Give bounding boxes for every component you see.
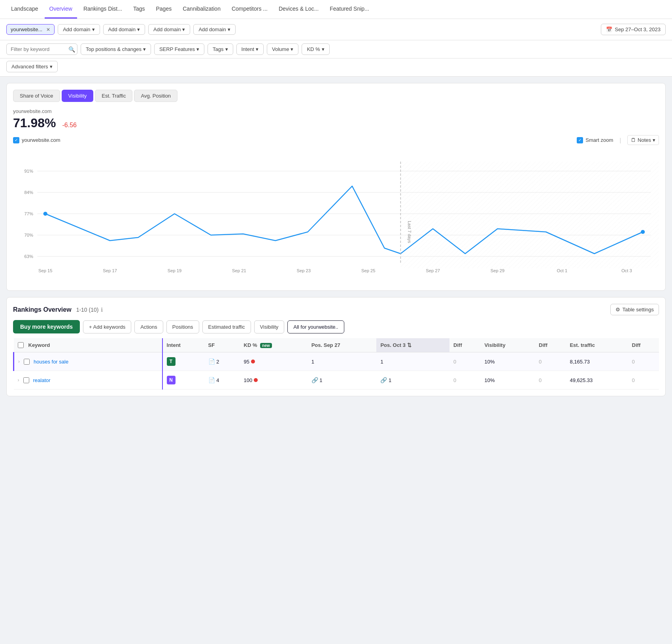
th-pos-oct3[interactable]: Pos. Oct 3 ⇅ (376, 338, 449, 352)
all-for-button[interactable]: All for yourwebsite.. (287, 320, 344, 333)
advanced-filters-button[interactable]: Advanced filters ▾ (6, 61, 58, 72)
tab-avg-position[interactable]: Avg. Position (134, 90, 177, 102)
date-range-button[interactable]: 📅 Sep 27–Oct 3, 2023 (601, 24, 666, 35)
est-traffic-value: 49,625.33 (570, 377, 593, 383)
est-diff-value: 0 (632, 359, 635, 365)
kd-filter[interactable]: KD % ▾ (302, 43, 329, 55)
keyword-cell: › houses for sale (14, 352, 162, 371)
close-icon[interactable]: ✕ (46, 27, 50, 32)
tab-share-of-voice[interactable]: Share of Voice (13, 90, 60, 102)
chevron-down-icon: ▾ (50, 64, 53, 70)
search-input[interactable] (6, 43, 77, 55)
th-pos-sep27[interactable]: Pos. Sep 27 (308, 338, 377, 352)
add-domain-btn-4[interactable]: Add domain ▾ (193, 24, 235, 35)
notes-button[interactable]: 🗒 Notes ▾ (627, 135, 659, 145)
svg-text:Oct 1: Oct 1 (557, 268, 567, 273)
intent-filter[interactable]: Intent ▾ (236, 43, 264, 55)
add-domain-btn-3[interactable]: Add domain ▾ (148, 24, 190, 35)
sf-cell: 📄 2 (204, 352, 240, 371)
add-keywords-button[interactable]: + Add keywords (83, 320, 131, 333)
toolbar: yourwebsite... ✕ Add domain ▾ Add domain… (0, 19, 672, 40)
nav-item-competitors-...[interactable]: Competitors ... (227, 0, 272, 19)
est-diff-value: 0 (632, 377, 635, 383)
kd-cell: 100 (240, 371, 308, 390)
th-diff-3: Diff (628, 338, 659, 352)
sf-icon: 📄 (208, 377, 215, 383)
top-positions-filter[interactable]: Top positions & changes ▾ (81, 43, 151, 55)
svg-text:Last 7 days: Last 7 days (407, 221, 412, 243)
th-diff-1: Diff (449, 338, 480, 352)
rankings-actions: Buy more keywords + Add keywords Actions… (13, 320, 659, 333)
visibility-cell: 10% (480, 352, 535, 371)
expand-icon[interactable]: › (18, 377, 19, 383)
nav-item-devices-&-loc...[interactable]: Devices & Loc... (274, 0, 323, 19)
svg-text:Oct 3: Oct 3 (621, 268, 632, 273)
keyword-cell: › realator (14, 371, 162, 390)
svg-text:Sep 17: Sep 17 (103, 268, 117, 273)
table-header-row: Keyword Intent SF KD % new Pos. Sep 27 P… (14, 338, 659, 352)
rankings-header: Rankings Overview 1-10 (10) ℹ ⚙ Table se… (13, 304, 659, 315)
legend-domain: yourwebsite.com (22, 137, 60, 143)
svg-text:Sep 23: Sep 23 (297, 268, 311, 273)
buy-keywords-button[interactable]: Buy more keywords (13, 320, 80, 333)
search-button[interactable]: 🔍 (68, 46, 75, 53)
legend-left: ✓ yourwebsite.com (13, 137, 60, 143)
diff-value: 0 (453, 359, 456, 365)
row-checkbox[interactable] (23, 377, 29, 383)
legend-right: ✓ Smart zoom | 🗒 Notes ▾ (577, 135, 659, 145)
tab-visibility[interactable]: Visibility (62, 90, 94, 102)
keyword-link[interactable]: houses for sale (34, 359, 68, 365)
estimated-traffic-tab[interactable]: Estimated traffic (202, 320, 251, 333)
kd-value: 100 (244, 377, 253, 383)
est-traffic-value: 8,165.73 (570, 359, 590, 365)
select-all-checkbox[interactable] (18, 342, 24, 348)
kd-dot (254, 378, 258, 382)
rankings-count: 1-10 (10) (76, 307, 99, 313)
nav-item-landscape[interactable]: Landscape (6, 0, 43, 19)
tags-filter[interactable]: Tags ▾ (208, 43, 233, 55)
add-domain-btn-2[interactable]: Add domain ▾ (103, 24, 145, 35)
nav-item-tags[interactable]: Tags (128, 0, 150, 19)
smart-zoom-toggle[interactable]: ✓ Smart zoom (577, 137, 613, 143)
svg-rect-1 (400, 162, 659, 268)
svg-text:63%: 63% (25, 254, 34, 259)
tab-est-traffic[interactable]: Est. Traffic (95, 90, 132, 102)
chevron-down-icon: ▾ (291, 46, 293, 52)
vis-diff-value: 0 (539, 359, 542, 365)
nav-item-cannibalization[interactable]: Cannibalization (178, 0, 225, 19)
gear-icon: ⚙ (615, 307, 620, 313)
domain-chip[interactable]: yourwebsite... ✕ (6, 24, 55, 35)
th-sf: SF (204, 338, 240, 352)
svg-text:Sep 27: Sep 27 (426, 268, 440, 273)
visibility-value: 10% (484, 359, 495, 365)
positions-tab[interactable]: Positions (166, 320, 199, 333)
actions-button[interactable]: Actions (134, 320, 163, 333)
smart-zoom-checkbox[interactable]: ✓ (577, 137, 583, 143)
table-settings-button[interactable]: ⚙ Table settings (610, 304, 659, 315)
kd-dot (251, 360, 255, 363)
nav-item-featured-snip...[interactable]: Featured Snip... (325, 0, 374, 19)
add-domain-btn-1[interactable]: Add domain ▾ (58, 24, 100, 35)
notes-icon: 🗒 (631, 137, 636, 143)
volume-filter[interactable]: Volume ▾ (267, 43, 298, 55)
keyword-link[interactable]: realator (33, 377, 51, 383)
est-diff-cell: 0 (628, 371, 659, 390)
pos-sep27-cell: 🔗 1 (308, 371, 377, 390)
visibility-tab[interactable]: Visibility (254, 320, 285, 333)
nav-item-pages[interactable]: Pages (151, 0, 177, 19)
expand-icon[interactable]: › (18, 359, 20, 364)
table-wrap: Keyword Intent SF KD % new Pos. Sep 27 P… (13, 338, 659, 390)
chevron-down-icon: ▾ (92, 26, 95, 32)
est-traffic-cell: 49,625.33 (566, 371, 628, 390)
domain-checkbox[interactable]: ✓ (13, 137, 19, 143)
info-icon[interactable]: ℹ (101, 307, 103, 313)
nav-item-overview[interactable]: Overview (45, 0, 77, 19)
serp-features-filter[interactable]: SERP Features ▾ (154, 43, 204, 55)
row-checkbox[interactable] (24, 359, 30, 365)
vis-diff-cell: 0 (535, 371, 566, 390)
diff1-cell: 0 (449, 371, 480, 390)
nav-item-rankings-dist...[interactable]: Rankings Dist... (79, 0, 127, 19)
th-visibility: Visibility (480, 338, 535, 352)
sf-count: 2 (216, 359, 219, 365)
diff1-cell: 0 (449, 352, 480, 371)
